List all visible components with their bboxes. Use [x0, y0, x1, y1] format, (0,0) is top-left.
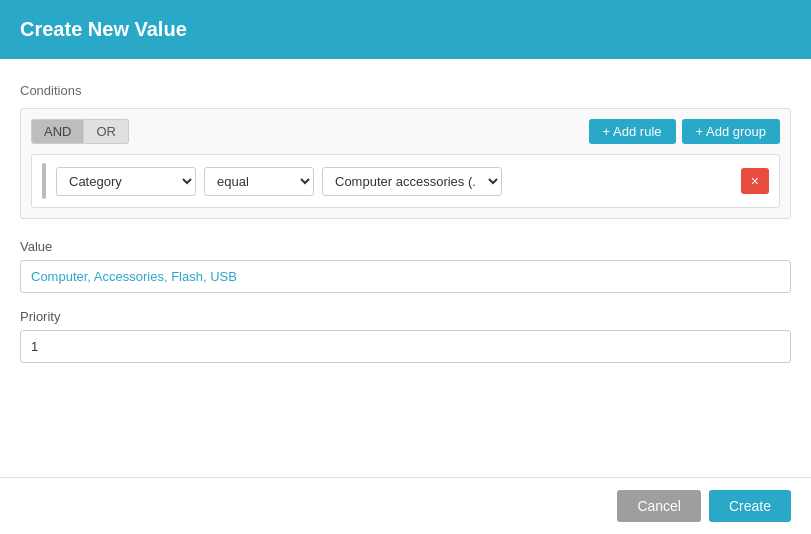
- modal-body: Conditions AND OR + Add rule + Add group…: [0, 59, 811, 477]
- value-label: Value: [20, 239, 791, 254]
- priority-field-group: Priority: [20, 309, 791, 363]
- category-select[interactable]: Category Name Price Tag: [56, 167, 196, 196]
- priority-input[interactable]: [20, 330, 791, 363]
- or-button[interactable]: OR: [84, 119, 129, 144]
- conditions-toolbar: AND OR + Add rule + Add group: [31, 119, 780, 144]
- rule-row: Category Name Price Tag equal not equal …: [31, 154, 780, 208]
- operator-select[interactable]: equal not equal contains greater than le…: [204, 167, 314, 196]
- conditions-label: Conditions: [20, 83, 791, 98]
- value-select[interactable]: Computer accessories (...: [322, 167, 502, 196]
- modal: Create New Value Conditions AND OR + Add…: [0, 0, 811, 534]
- and-button[interactable]: AND: [31, 119, 84, 144]
- remove-rule-button[interactable]: ×: [741, 168, 769, 194]
- add-buttons: + Add rule + Add group: [589, 119, 780, 144]
- cancel-button[interactable]: Cancel: [617, 490, 701, 522]
- rule-border: [42, 163, 46, 199]
- priority-label: Priority: [20, 309, 791, 324]
- add-rule-button[interactable]: + Add rule: [589, 119, 676, 144]
- modal-footer: Cancel Create: [0, 477, 811, 534]
- and-or-group: AND OR: [31, 119, 129, 144]
- create-button[interactable]: Create: [709, 490, 791, 522]
- modal-header: Create New Value: [0, 0, 811, 59]
- value-input[interactable]: [20, 260, 791, 293]
- value-field-group: Value: [20, 239, 791, 293]
- modal-title: Create New Value: [20, 18, 791, 41]
- conditions-box: AND OR + Add rule + Add group Category N…: [20, 108, 791, 219]
- add-group-button[interactable]: + Add group: [682, 119, 780, 144]
